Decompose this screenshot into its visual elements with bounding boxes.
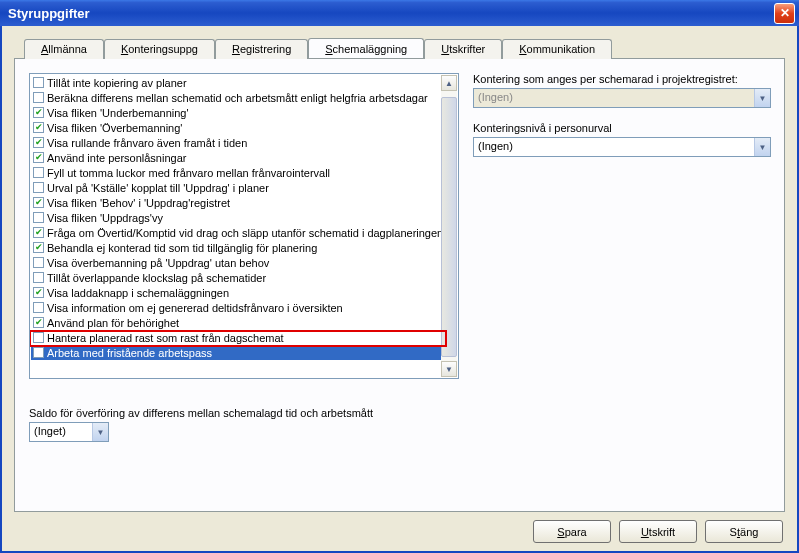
saldo-value: (Inget) bbox=[30, 423, 92, 441]
tab-strip: AllmännaKonteringsuppgRegistreringSchema… bbox=[24, 38, 785, 58]
chevron-down-icon[interactable]: ▼ bbox=[92, 423, 108, 441]
konteringsniva-dropdown[interactable]: (Ingen) ▼ bbox=[473, 137, 771, 157]
list-item[interactable]: Visa fliken 'Behov' i 'Uppdrag'registret bbox=[31, 195, 441, 210]
list-item[interactable]: Arbeta med fristående arbetspass bbox=[31, 345, 441, 360]
kontering-value: (Ingen) bbox=[474, 89, 754, 107]
list-item-label: Tillåt överlappande klockslag på schemat… bbox=[47, 272, 266, 284]
checkbox-icon[interactable] bbox=[33, 182, 44, 193]
window-title: Styruppgifter bbox=[8, 6, 774, 21]
checkbox-icon[interactable] bbox=[33, 332, 44, 343]
close-button[interactable]: Stäng bbox=[705, 520, 783, 543]
list-item[interactable]: Beräkna differens mellan schematid och a… bbox=[31, 90, 441, 105]
saldo-dropdown[interactable]: (Inget) ▼ bbox=[29, 422, 109, 442]
checkbox-icon[interactable] bbox=[33, 107, 44, 118]
list-item[interactable]: Behandla ej konterad tid som tid tillgän… bbox=[31, 240, 441, 255]
checkbox-icon[interactable] bbox=[33, 287, 44, 298]
titlebar: Styruppgifter ✕ bbox=[0, 0, 799, 26]
tab-utskrifter[interactable]: Utskrifter bbox=[424, 39, 502, 59]
chevron-down-icon[interactable]: ▼ bbox=[754, 138, 770, 156]
checkbox-icon[interactable] bbox=[33, 227, 44, 238]
list-item-label: Visa fliken 'Uppdrags'vy bbox=[47, 212, 163, 224]
list-item-label: Tillåt inte kopiering av planer bbox=[47, 77, 187, 89]
checkbox-icon[interactable] bbox=[33, 347, 44, 358]
list-item-label: Använd plan för behörighet bbox=[47, 317, 179, 329]
kontering-dropdown: (Ingen) ▼ bbox=[473, 88, 771, 108]
konteringsniva-label: Konteringsnivå i personurval bbox=[473, 122, 771, 134]
tab-registrering[interactable]: Registrering bbox=[215, 39, 308, 59]
list-item[interactable]: Visa fliken 'Uppdrags'vy bbox=[31, 210, 441, 225]
options-listbox[interactable]: Tillåt inte kopiering av planerBeräkna d… bbox=[29, 73, 459, 379]
list-item-label: Behandla ej konterad tid som tid tillgän… bbox=[47, 242, 317, 254]
chevron-down-icon: ▼ bbox=[754, 89, 770, 107]
list-item[interactable]: Använd plan för behörighet bbox=[31, 315, 441, 330]
list-item[interactable]: Fråga om Övertid/Komptid vid drag och sl… bbox=[31, 225, 441, 240]
list-item[interactable]: Visa fliken 'Överbemanning' bbox=[31, 120, 441, 135]
save-button[interactable]: Spara bbox=[533, 520, 611, 543]
list-item-label: Visa fliken 'Behov' i 'Uppdrag'registret bbox=[47, 197, 230, 209]
tab-kommunikation[interactable]: Kommunikation bbox=[502, 39, 612, 59]
list-item[interactable]: Hantera planerad rast som rast från dags… bbox=[31, 330, 441, 345]
checkbox-icon[interactable] bbox=[33, 302, 44, 313]
scroll-down-icon[interactable]: ▼ bbox=[441, 361, 457, 377]
list-item-label: Visa överbemanning på 'Uppdrag' utan beh… bbox=[47, 257, 269, 269]
scrollbar[interactable]: ▲ ▼ bbox=[441, 75, 457, 377]
list-item-label: Använd inte personlåsningar bbox=[47, 152, 186, 164]
list-item-label: Urval på 'Kställe' kopplat till 'Uppdrag… bbox=[47, 182, 269, 194]
tab-schemaläggning[interactable]: Schemaläggning bbox=[308, 38, 424, 58]
saldo-label: Saldo för överföring av differens mellan… bbox=[29, 407, 459, 419]
list-item[interactable]: Visa information om ej genererad deltids… bbox=[31, 300, 441, 315]
scroll-up-icon[interactable]: ▲ bbox=[441, 75, 457, 91]
checkbox-icon[interactable] bbox=[33, 242, 44, 253]
checkbox-icon[interactable] bbox=[33, 77, 44, 88]
list-item[interactable]: Visa laddaknapp i schemaläggningen bbox=[31, 285, 441, 300]
list-item-label: Arbeta med fristående arbetspass bbox=[47, 347, 212, 359]
checkbox-icon[interactable] bbox=[33, 272, 44, 283]
list-item-label: Visa fliken 'Överbemanning' bbox=[47, 122, 182, 134]
print-button[interactable]: Utskrift bbox=[619, 520, 697, 543]
list-item-label: Visa rullande frånvaro även framåt i tid… bbox=[47, 137, 247, 149]
list-item-label: Beräkna differens mellan schematid och a… bbox=[47, 92, 428, 104]
tab-konteringsuppg[interactable]: Konteringsuppg bbox=[104, 39, 215, 59]
list-item[interactable]: Tillåt inte kopiering av planer bbox=[31, 75, 441, 90]
checkbox-icon[interactable] bbox=[33, 137, 44, 148]
checkbox-icon[interactable] bbox=[33, 92, 44, 103]
konteringsniva-value: (Ingen) bbox=[474, 138, 754, 156]
checkbox-icon[interactable] bbox=[33, 317, 44, 328]
tab-panel-schemalaggning: Tillåt inte kopiering av planerBeräkna d… bbox=[14, 58, 785, 512]
list-item-label: Visa laddaknapp i schemaläggningen bbox=[47, 287, 229, 299]
list-item[interactable]: Tillåt överlappande klockslag på schemat… bbox=[31, 270, 441, 285]
close-icon[interactable]: ✕ bbox=[774, 3, 795, 24]
checkbox-icon[interactable] bbox=[33, 212, 44, 223]
footer: Spara Utskrift Stäng bbox=[14, 512, 785, 543]
list-item-label: Hantera planerad rast som rast från dags… bbox=[47, 332, 284, 344]
checkbox-icon[interactable] bbox=[33, 257, 44, 268]
checkbox-icon[interactable] bbox=[33, 122, 44, 133]
list-item[interactable]: Visa rullande frånvaro även framåt i tid… bbox=[31, 135, 441, 150]
list-item[interactable]: Använd inte personlåsningar bbox=[31, 150, 441, 165]
list-item-label: Fyll ut tomma luckor med frånvaro mellan… bbox=[47, 167, 330, 179]
scroll-thumb[interactable] bbox=[441, 97, 457, 357]
list-item[interactable]: Urval på 'Kställe' kopplat till 'Uppdrag… bbox=[31, 180, 441, 195]
kontering-label: Kontering som anges per schemarad i proj… bbox=[473, 73, 771, 85]
list-item[interactable]: Fyll ut tomma luckor med frånvaro mellan… bbox=[31, 165, 441, 180]
checkbox-icon[interactable] bbox=[33, 197, 44, 208]
list-item-label: Visa information om ej genererad deltids… bbox=[47, 302, 343, 314]
checkbox-icon[interactable] bbox=[33, 152, 44, 163]
list-item-label: Visa fliken 'Underbemanning' bbox=[47, 107, 189, 119]
list-item[interactable]: Visa överbemanning på 'Uppdrag' utan beh… bbox=[31, 255, 441, 270]
tab-allmänna[interactable]: Allmänna bbox=[24, 39, 104, 59]
list-item-label: Fråga om Övertid/Komptid vid drag och sl… bbox=[47, 227, 443, 239]
scroll-track[interactable] bbox=[441, 91, 457, 361]
list-item[interactable]: Visa fliken 'Underbemanning' bbox=[31, 105, 441, 120]
checkbox-icon[interactable] bbox=[33, 167, 44, 178]
